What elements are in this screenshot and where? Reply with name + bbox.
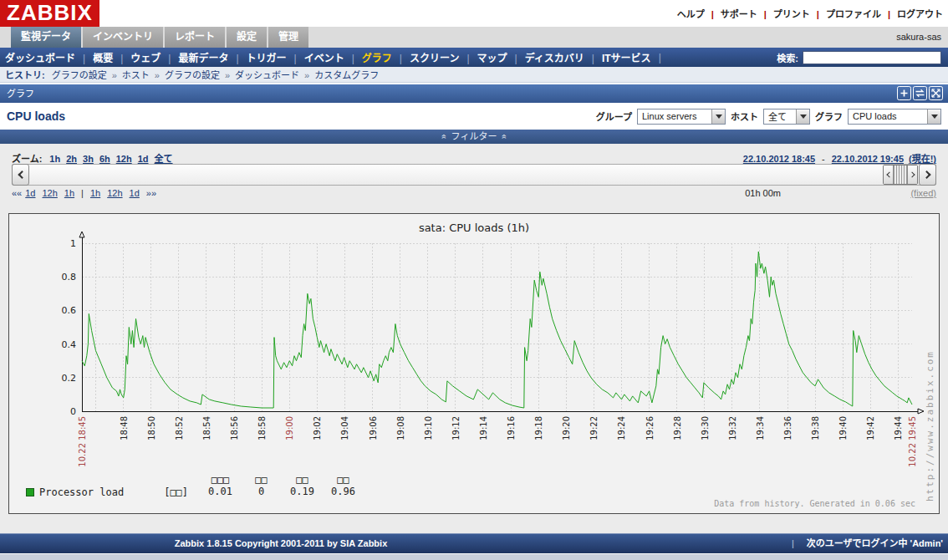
subnav-item[interactable]: マップ — [459, 50, 507, 64]
main-tab[interactable]: 監視データ — [11, 27, 81, 48]
fixed-link[interactable]: (fixed) — [910, 188, 936, 198]
svg-text:19:06: 19:06 — [369, 416, 378, 440]
scroll-right-button[interactable] — [919, 164, 936, 186]
dropdown-arrow-icon[interactable] — [711, 109, 725, 124]
top-link[interactable]: プリント — [757, 7, 810, 20]
zoom-link[interactable]: 12h — [116, 154, 132, 164]
step-divider: | — [81, 188, 84, 198]
period-step-links: ««1d12h1h|1h12h1d»» — [12, 188, 160, 198]
filter-toggle-bar[interactable]: »フィルター» — [0, 130, 948, 144]
svg-text:19:22: 19:22 — [589, 416, 599, 440]
subnav-item[interactable]: スクリーン — [392, 50, 460, 64]
history-link[interactable]: ホスト — [107, 68, 150, 81]
zoom-link[interactable]: 6h — [99, 154, 110, 164]
history-link[interactable]: グラフの設定 — [52, 68, 107, 81]
svg-text:19:30: 19:30 — [701, 416, 710, 440]
main-tabs: 監視データインベントリレポート設定管理 — [11, 27, 310, 48]
bottom-strip — [0, 554, 948, 560]
legend-stat-header: □□ — [241, 474, 282, 486]
legend-stat-value: 0.19 — [282, 486, 323, 497]
refresh-icon[interactable] — [913, 86, 927, 100]
slider-grip[interactable] — [893, 165, 908, 184]
top-bar: ZABBIX ヘルプサポートプリントプロファイルログアウト — [0, 0, 948, 27]
search-box: 検索: — [777, 48, 941, 67]
scrollbar-track[interactable] — [12, 164, 936, 186]
page-title: CPU loads — [7, 103, 65, 130]
zoom-link[interactable]: 3h — [83, 154, 94, 164]
main-tab-row: 監視データインベントリレポート設定管理 sakura-sas — [0, 27, 948, 48]
top-links: ヘルプサポートプリントプロファイルログアウト — [677, 0, 943, 27]
date-from-link[interactable]: 22.10.2012 18:45 — [743, 154, 815, 164]
zoom-link[interactable]: 2h — [66, 154, 77, 164]
history-link[interactable]: ダッシュボード — [220, 68, 299, 81]
scrollbar-slider[interactable] — [883, 165, 918, 185]
graph-select[interactable]: CPU loads — [848, 109, 941, 125]
slider-right-handle[interactable] — [908, 165, 917, 184]
now-link[interactable]: (現在!) — [909, 154, 936, 164]
subnav-item[interactable]: グラフ — [344, 50, 392, 64]
main-tab[interactable]: 管理 — [268, 27, 308, 48]
svg-text:19:24: 19:24 — [617, 416, 626, 440]
svg-text:19:18: 19:18 — [534, 416, 543, 440]
step-back-link[interactable]: 12h — [43, 188, 58, 198]
top-link[interactable]: ヘルプ — [677, 7, 705, 20]
svg-text:19:00: 19:00 — [285, 416, 294, 440]
main-tab[interactable]: インベントリ — [83, 27, 163, 48]
svg-text:19:16: 19:16 — [507, 416, 516, 440]
svg-text:10.22 18:45: 10.22 18:45 — [78, 416, 87, 467]
page-prev-link[interactable]: «« — [12, 188, 22, 198]
subnav-item[interactable]: ウェブ — [113, 50, 161, 64]
subnav-item[interactable]: 最新データ — [161, 50, 228, 64]
add-favourite-icon[interactable] — [897, 86, 911, 100]
step-back-link[interactable]: 1d — [25, 188, 35, 198]
group-select[interactable]: Linux servers — [637, 109, 726, 125]
page-next-link[interactable]: »» — [146, 188, 156, 198]
legend-stat-header: □□ — [282, 474, 323, 486]
dropdown-arrow-icon[interactable] — [796, 109, 809, 124]
subnav-item[interactable]: イベント — [287, 50, 344, 64]
svg-text:19:42: 19:42 — [866, 416, 875, 440]
subnav-items: ダッシュボード概要ウェブ最新データトリガーイベントグラフスクリーンマップディスカ… — [5, 48, 661, 67]
subnav-item[interactable]: トリガー — [228, 50, 286, 64]
legend-stats: □□□ 0.01 □□ 0 □□ 0.19 □□ 0.96 — [200, 474, 364, 497]
svg-text:19:26: 19:26 — [645, 416, 655, 440]
scroll-left-button[interactable] — [12, 164, 29, 186]
main-tab[interactable]: 設定 — [227, 27, 267, 48]
zoom-link[interactable]: 全て — [155, 154, 173, 164]
filter-label: フィルター — [451, 131, 497, 141]
step-forward-link[interactable]: 1d — [130, 188, 140, 198]
svg-text:0.6: 0.6 — [62, 305, 77, 316]
fullscreen-icon[interactable] — [929, 86, 943, 100]
history-link[interactable]: グラフの設定 — [150, 68, 220, 81]
step-back-link[interactable]: 1h — [64, 188, 74, 198]
top-link[interactable]: プロファイル — [810, 7, 881, 20]
dropdown-arrow-icon[interactable] — [927, 109, 940, 124]
subnav-item[interactable]: ダッシュボード — [5, 50, 75, 64]
subnav-item[interactable]: ディスカバリ — [507, 50, 584, 64]
svg-text:18:58: 18:58 — [257, 416, 267, 440]
main-tab[interactable]: レポート — [165, 27, 225, 48]
zoom-link[interactable]: 1d — [138, 154, 149, 164]
svg-text:19:12: 19:12 — [451, 416, 461, 440]
top-link[interactable]: ログアウト — [881, 7, 943, 20]
date-dash: - — [822, 154, 825, 164]
zabbix-watermark: http://www.zabbix.com — [925, 350, 935, 501]
subnav-item[interactable]: 概要 — [75, 50, 113, 64]
top-link[interactable]: サポート — [705, 7, 757, 20]
chart-caption: Data from history. Generated in 0.06 sec — [714, 499, 915, 508]
search-input[interactable] — [803, 51, 941, 64]
host-select[interactable]: 全て — [763, 109, 810, 125]
svg-text:0.4: 0.4 — [62, 339, 77, 350]
history-link[interactable]: カスタムグラフ — [299, 68, 379, 81]
subnav-item[interactable]: ITサービス — [584, 50, 651, 64]
step-forward-link[interactable]: 12h — [107, 188, 122, 198]
chevron-right-icon — [909, 171, 915, 177]
zoom-row: ズーム:1h2h3h6h12h1d全て 22.10.2012 18:45-22.… — [12, 151, 936, 164]
slider-left-handle[interactable] — [884, 165, 893, 184]
legend-stat-header: □□□ — [200, 474, 241, 486]
chevron-left-icon — [18, 171, 26, 179]
svg-text:19:08: 19:08 — [396, 416, 405, 440]
svg-text:19:38: 19:38 — [811, 416, 820, 440]
date-to-link[interactable]: 22.10.2012 19:45 — [832, 154, 904, 164]
step-forward-link[interactable]: 1h — [90, 188, 100, 198]
